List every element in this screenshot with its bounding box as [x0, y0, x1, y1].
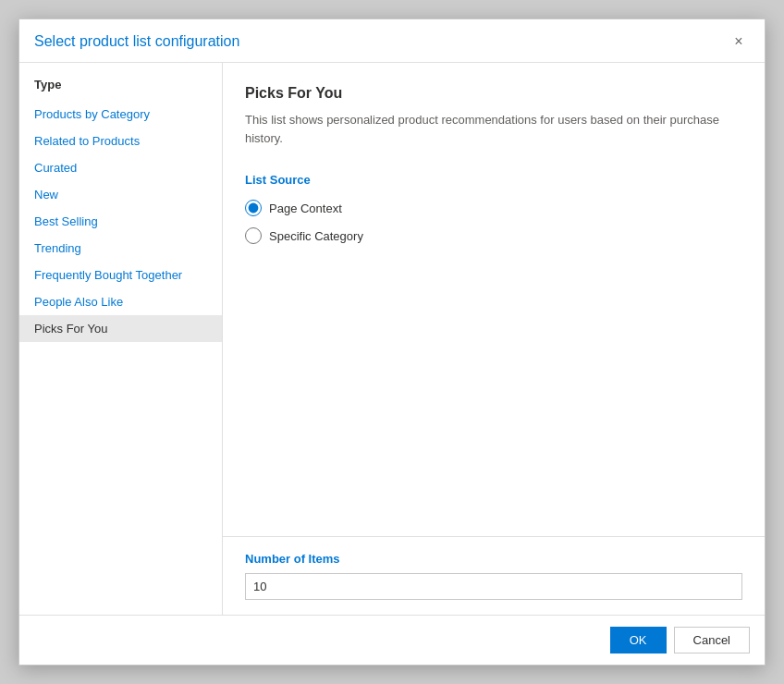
radio-input-page-context[interactable]	[245, 200, 262, 216]
sidebar-item-related-to-products[interactable]: Related to Products	[19, 128, 222, 154]
sidebar-item-frequently-bought-together[interactable]: Frequently Bought Together	[19, 262, 222, 288]
content-title: Picks For You	[245, 85, 742, 102]
sidebar-item-trending[interactable]: Trending	[19, 235, 222, 262]
content-area: Picks For You This list shows personaliz…	[223, 63, 765, 536]
sidebar-item-best-selling[interactable]: Best Selling	[19, 208, 222, 235]
ok-button[interactable]: OK	[610, 627, 667, 653]
dialog: Select product list configuration × Type…	[18, 18, 766, 666]
radio-group: Page Context Specific Category	[245, 200, 742, 244]
sidebar-header: Type	[19, 74, 222, 101]
radio-label-page-context: Page Context	[269, 202, 342, 215]
sidebar-item-products-by-category[interactable]: Products by Category	[19, 101, 222, 128]
sidebar-item-picks-for-you[interactable]: Picks For You	[19, 315, 222, 342]
dialog-title: Select product list configuration	[34, 33, 239, 50]
dialog-body: Type Products by Category Related to Pro…	[19, 63, 765, 615]
content-description: This list shows personalized product rec…	[245, 111, 742, 147]
radio-item-specific-category[interactable]: Specific Category	[245, 227, 742, 244]
main-content: Picks For You This list shows personaliz…	[223, 63, 765, 615]
radio-input-specific-category[interactable]	[245, 227, 262, 244]
dialog-footer: OK Cancel	[19, 615, 765, 665]
sidebar-item-new[interactable]: New	[19, 181, 222, 208]
dialog-title-bar: Select product list configuration ×	[19, 19, 765, 63]
sidebar-item-curated[interactable]: Curated	[19, 154, 222, 181]
number-of-items-input[interactable]	[245, 573, 742, 600]
number-of-items-label: Number of Items	[245, 552, 742, 566]
radio-item-page-context[interactable]: Page Context	[245, 200, 742, 216]
sidebar: Type Products by Category Related to Pro…	[19, 63, 223, 615]
close-button[interactable]: ×	[728, 31, 750, 53]
radio-label-specific-category: Specific Category	[269, 229, 363, 243]
footer-area: Number of Items	[223, 536, 765, 615]
cancel-button[interactable]: Cancel	[674, 627, 750, 653]
list-source-label: List Source	[245, 173, 742, 187]
sidebar-item-people-also-like[interactable]: People Also Like	[19, 288, 222, 315]
